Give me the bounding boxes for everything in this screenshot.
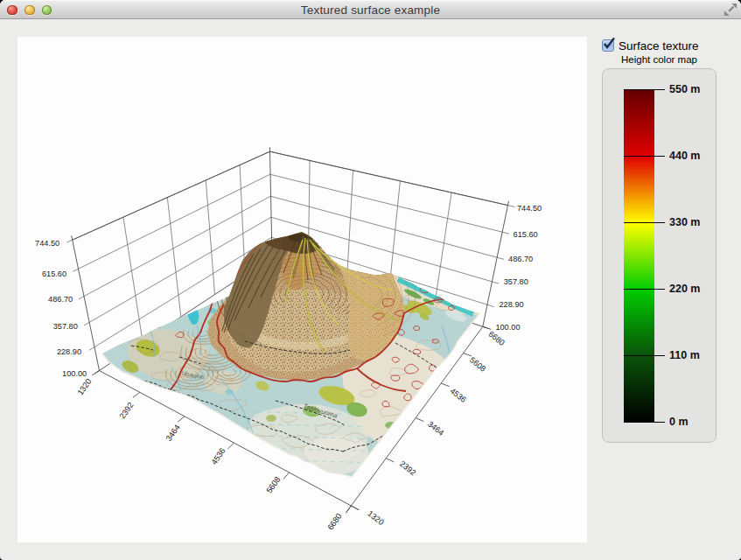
svg-text:4536: 4536 bbox=[449, 387, 468, 404]
svg-text:615.60: 615.60 bbox=[514, 230, 538, 239]
svg-text:6680: 6680 bbox=[326, 512, 344, 531]
svg-text:1320: 1320 bbox=[76, 377, 94, 396]
svg-text:486.70: 486.70 bbox=[48, 295, 73, 304]
svg-text:2392: 2392 bbox=[398, 459, 417, 477]
svg-text:357.80: 357.80 bbox=[53, 322, 78, 331]
svg-text:486.70: 486.70 bbox=[508, 255, 533, 263]
svg-text:228.90: 228.90 bbox=[57, 347, 81, 356]
svg-text:615.60: 615.60 bbox=[42, 270, 66, 278]
svg-text:3464: 3464 bbox=[426, 419, 445, 437]
svg-text:2392: 2392 bbox=[118, 401, 136, 420]
svg-text:100.00: 100.00 bbox=[495, 323, 520, 332]
svg-text:6680: 6680 bbox=[486, 330, 506, 347]
svg-text:5608: 5608 bbox=[468, 355, 487, 373]
svg-text:1320: 1320 bbox=[366, 509, 385, 527]
svg-text:100.00: 100.00 bbox=[62, 369, 87, 378]
svg-text:744.50: 744.50 bbox=[35, 239, 59, 248]
svg-text:228.90: 228.90 bbox=[500, 300, 524, 309]
svg-text:4536: 4536 bbox=[210, 446, 227, 466]
svg-text:3464: 3464 bbox=[164, 424, 182, 443]
svg-text:744.50: 744.50 bbox=[517, 204, 542, 213]
svg-text:5608: 5608 bbox=[265, 475, 283, 494]
svg-text:357.80: 357.80 bbox=[504, 277, 528, 286]
